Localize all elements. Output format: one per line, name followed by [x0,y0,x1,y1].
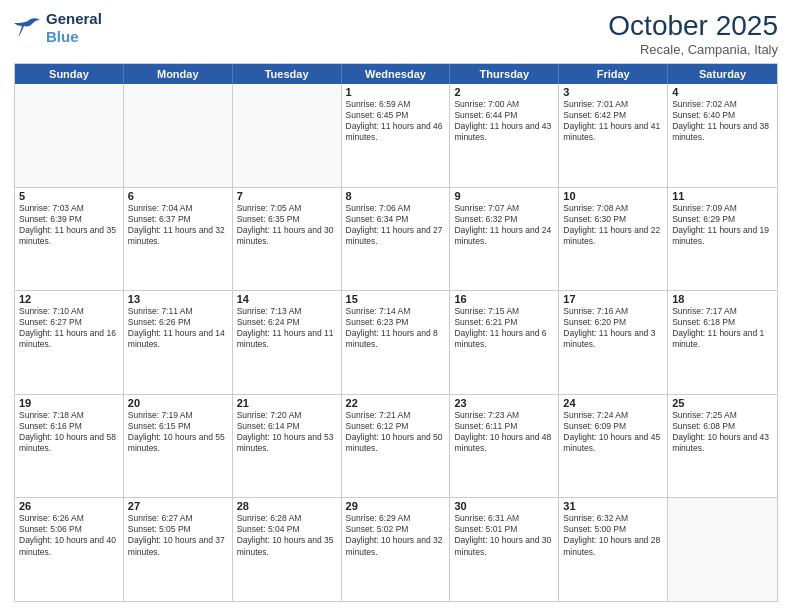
calendar-header: SundayMondayTuesdayWednesdayThursdayFrid… [15,64,777,84]
cal-cell: 27Sunrise: 6:27 AM Sunset: 5:05 PM Dayli… [124,498,233,601]
week-row-5: 26Sunrise: 6:26 AM Sunset: 5:06 PM Dayli… [15,498,777,601]
day-of-week-wednesday: Wednesday [342,64,451,84]
day-info: Sunrise: 6:59 AM Sunset: 6:45 PM Dayligh… [346,99,446,143]
cal-cell: 5Sunrise: 7:03 AM Sunset: 6:39 PM Daylig… [15,188,124,291]
cal-cell: 19Sunrise: 7:18 AM Sunset: 6:16 PM Dayli… [15,395,124,498]
day-number: 1 [346,86,446,98]
cal-cell: 23Sunrise: 7:23 AM Sunset: 6:11 PM Dayli… [450,395,559,498]
day-info: Sunrise: 7:15 AM Sunset: 6:21 PM Dayligh… [454,306,554,350]
day-number: 18 [672,293,773,305]
day-number: 28 [237,500,337,512]
day-info: Sunrise: 7:13 AM Sunset: 6:24 PM Dayligh… [237,306,337,350]
calendar: SundayMondayTuesdayWednesdayThursdayFrid… [14,63,778,602]
title-block: October 2025 Recale, Campania, Italy [608,10,778,57]
cal-cell: 29Sunrise: 6:29 AM Sunset: 5:02 PM Dayli… [342,498,451,601]
day-info: Sunrise: 6:26 AM Sunset: 5:06 PM Dayligh… [19,513,119,557]
cal-cell: 28Sunrise: 6:28 AM Sunset: 5:04 PM Dayli… [233,498,342,601]
day-info: Sunrise: 7:25 AM Sunset: 6:08 PM Dayligh… [672,410,773,454]
week-row-3: 12Sunrise: 7:10 AM Sunset: 6:27 PM Dayli… [15,291,777,395]
day-number: 2 [454,86,554,98]
day-number: 19 [19,397,119,409]
day-info: Sunrise: 7:16 AM Sunset: 6:20 PM Dayligh… [563,306,663,350]
day-info: Sunrise: 7:09 AM Sunset: 6:29 PM Dayligh… [672,203,773,247]
day-number: 14 [237,293,337,305]
day-number: 29 [346,500,446,512]
logo-icon [14,17,42,39]
cal-cell: 31Sunrise: 6:32 AM Sunset: 5:00 PM Dayli… [559,498,668,601]
cal-cell [233,84,342,187]
cal-cell: 25Sunrise: 7:25 AM Sunset: 6:08 PM Dayli… [668,395,777,498]
cal-cell: 10Sunrise: 7:08 AM Sunset: 6:30 PM Dayli… [559,188,668,291]
day-number: 20 [128,397,228,409]
day-info: Sunrise: 7:02 AM Sunset: 6:40 PM Dayligh… [672,99,773,143]
day-number: 23 [454,397,554,409]
week-row-4: 19Sunrise: 7:18 AM Sunset: 6:16 PM Dayli… [15,395,777,499]
day-info: Sunrise: 7:08 AM Sunset: 6:30 PM Dayligh… [563,203,663,247]
cal-cell: 13Sunrise: 7:11 AM Sunset: 6:26 PM Dayli… [124,291,233,394]
day-info: Sunrise: 7:18 AM Sunset: 6:16 PM Dayligh… [19,410,119,454]
calendar-body: 1Sunrise: 6:59 AM Sunset: 6:45 PM Daylig… [15,84,777,601]
day-number: 11 [672,190,773,202]
cal-cell: 21Sunrise: 7:20 AM Sunset: 6:14 PM Dayli… [233,395,342,498]
day-of-week-monday: Monday [124,64,233,84]
day-info: Sunrise: 7:01 AM Sunset: 6:42 PM Dayligh… [563,99,663,143]
day-info: Sunrise: 7:05 AM Sunset: 6:35 PM Dayligh… [237,203,337,247]
day-info: Sunrise: 7:14 AM Sunset: 6:23 PM Dayligh… [346,306,446,350]
day-info: Sunrise: 7:03 AM Sunset: 6:39 PM Dayligh… [19,203,119,247]
day-number: 12 [19,293,119,305]
day-number: 25 [672,397,773,409]
day-number: 26 [19,500,119,512]
day-number: 16 [454,293,554,305]
day-number: 15 [346,293,446,305]
day-number: 24 [563,397,663,409]
cal-cell: 9Sunrise: 7:07 AM Sunset: 6:32 PM Daylig… [450,188,559,291]
day-number: 3 [563,86,663,98]
day-number: 17 [563,293,663,305]
day-info: Sunrise: 6:27 AM Sunset: 5:05 PM Dayligh… [128,513,228,557]
day-info: Sunrise: 7:20 AM Sunset: 6:14 PM Dayligh… [237,410,337,454]
day-of-week-thursday: Thursday [450,64,559,84]
day-of-week-friday: Friday [559,64,668,84]
cal-cell: 30Sunrise: 6:31 AM Sunset: 5:01 PM Dayli… [450,498,559,601]
day-number: 8 [346,190,446,202]
day-number: 27 [128,500,228,512]
day-info: Sunrise: 7:10 AM Sunset: 6:27 PM Dayligh… [19,306,119,350]
month-title: October 2025 [608,10,778,42]
cal-cell: 3Sunrise: 7:01 AM Sunset: 6:42 PM Daylig… [559,84,668,187]
day-info: Sunrise: 6:31 AM Sunset: 5:01 PM Dayligh… [454,513,554,557]
day-number: 13 [128,293,228,305]
day-number: 10 [563,190,663,202]
cal-cell: 12Sunrise: 7:10 AM Sunset: 6:27 PM Dayli… [15,291,124,394]
cal-cell: 17Sunrise: 7:16 AM Sunset: 6:20 PM Dayli… [559,291,668,394]
day-info: Sunrise: 7:17 AM Sunset: 6:18 PM Dayligh… [672,306,773,350]
day-info: Sunrise: 7:19 AM Sunset: 6:15 PM Dayligh… [128,410,228,454]
day-info: Sunrise: 6:29 AM Sunset: 5:02 PM Dayligh… [346,513,446,557]
day-info: Sunrise: 7:00 AM Sunset: 6:44 PM Dayligh… [454,99,554,143]
logo-text: General Blue [46,10,102,46]
cal-cell: 20Sunrise: 7:19 AM Sunset: 6:15 PM Dayli… [124,395,233,498]
week-row-2: 5Sunrise: 7:03 AM Sunset: 6:39 PM Daylig… [15,188,777,292]
day-info: Sunrise: 6:32 AM Sunset: 5:00 PM Dayligh… [563,513,663,557]
day-number: 7 [237,190,337,202]
day-number: 4 [672,86,773,98]
day-info: Sunrise: 7:07 AM Sunset: 6:32 PM Dayligh… [454,203,554,247]
day-info: Sunrise: 6:28 AM Sunset: 5:04 PM Dayligh… [237,513,337,557]
day-number: 9 [454,190,554,202]
cal-cell: 14Sunrise: 7:13 AM Sunset: 6:24 PM Dayli… [233,291,342,394]
cal-cell: 2Sunrise: 7:00 AM Sunset: 6:44 PM Daylig… [450,84,559,187]
logo: General Blue [14,10,102,46]
day-of-week-saturday: Saturday [668,64,777,84]
cal-cell: 15Sunrise: 7:14 AM Sunset: 6:23 PM Dayli… [342,291,451,394]
day-number: 22 [346,397,446,409]
cal-cell: 4Sunrise: 7:02 AM Sunset: 6:40 PM Daylig… [668,84,777,187]
cal-cell: 7Sunrise: 7:05 AM Sunset: 6:35 PM Daylig… [233,188,342,291]
cal-cell [668,498,777,601]
day-info: Sunrise: 7:21 AM Sunset: 6:12 PM Dayligh… [346,410,446,454]
day-info: Sunrise: 7:23 AM Sunset: 6:11 PM Dayligh… [454,410,554,454]
cal-cell [124,84,233,187]
day-number: 31 [563,500,663,512]
week-row-1: 1Sunrise: 6:59 AM Sunset: 6:45 PM Daylig… [15,84,777,188]
cal-cell: 18Sunrise: 7:17 AM Sunset: 6:18 PM Dayli… [668,291,777,394]
cal-cell: 1Sunrise: 6:59 AM Sunset: 6:45 PM Daylig… [342,84,451,187]
page: General Blue October 2025 Recale, Campan… [0,0,792,612]
